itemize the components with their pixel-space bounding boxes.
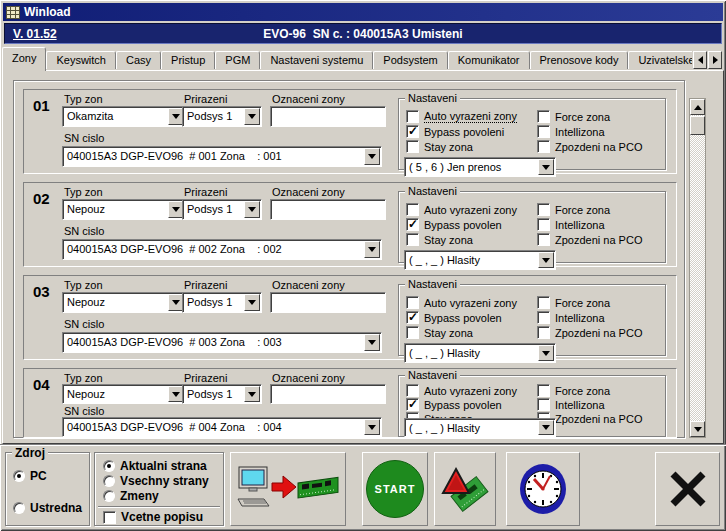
tab-prenosove-kody[interactable]: Prenosove kody — [530, 51, 629, 69]
chevron-down-icon[interactable] — [538, 345, 554, 361]
stay-zona-checkbox[interactable] — [406, 326, 419, 339]
bypass-checkbox[interactable] — [406, 125, 419, 138]
auto-vyrazeni-checkbox[interactable] — [406, 296, 419, 309]
sn-cislo-select[interactable]: 040015A3 DGP-EVO96 # 004 Zona : 004 — [62, 417, 382, 437]
chevron-down-icon[interactable] — [364, 241, 380, 258]
tab-nastaveni-systemu[interactable]: Nastaveni systemu — [260, 51, 373, 69]
computer-to-board-icon — [236, 463, 340, 515]
prirazeni-select[interactable]: Podsys 1 — [182, 199, 262, 220]
tab-pgm[interactable]: PGM — [215, 51, 260, 69]
prirazeni-label: Prirazeni — [184, 279, 227, 291]
oznaceni-zony-input[interactable] — [270, 106, 386, 127]
aktualni-strana-radio[interactable] — [103, 460, 115, 472]
chevron-down-icon[interactable] — [538, 159, 554, 175]
clock-button[interactable] — [506, 452, 580, 526]
bypass-label: Bypass povolen — [424, 312, 502, 324]
vcetne-popisu-checkbox[interactable] — [103, 511, 116, 524]
scrollbar-up-button[interactable] — [690, 99, 705, 115]
oznaceni-zony-input[interactable] — [270, 292, 386, 313]
tab-casy[interactable]: Casy — [116, 51, 161, 69]
oznaceni-zony-input[interactable] — [270, 384, 386, 404]
zpozdeni-pco-checkbox[interactable] — [537, 140, 550, 153]
scrollbar-thumb[interactable] — [690, 116, 705, 135]
force-zona-checkbox[interactable] — [537, 203, 550, 216]
prirazeni-select[interactable]: Podsys 1 — [182, 292, 262, 313]
chevron-down-icon[interactable] — [244, 201, 260, 218]
tab-keyswitch[interactable]: Keyswitch — [46, 51, 116, 69]
nastaveni-title: Nastaveni — [405, 185, 460, 197]
zpozdeni-pco-checkbox[interactable] — [537, 233, 550, 246]
chevron-down-icon[interactable] — [244, 386, 260, 402]
prirazeni-select[interactable]: Podsys 1 — [182, 384, 262, 404]
typ-zon-select[interactable]: Nepouz — [62, 199, 186, 220]
zdroj-pc-radio[interactable] — [13, 470, 25, 482]
nastaveni-title: Nastaveni — [405, 369, 460, 381]
panel-title: EVO-96 SN c. : 040015A3 Umisteni — [5, 27, 721, 41]
chevron-down-icon[interactable] — [244, 108, 260, 125]
verify-button[interactable] — [434, 452, 496, 526]
sn-cislo-label: SN cislo — [64, 405, 104, 417]
stay-zona-label: Stay zona — [424, 141, 473, 153]
zone-row-04: 04 Typ zon Nepouz Prirazeni Podsys 1 Ozn… — [23, 368, 677, 438]
chevron-down-icon[interactable] — [364, 148, 380, 165]
stay-zona-checkbox[interactable] — [406, 233, 419, 246]
chevron-down-icon[interactable] — [538, 252, 554, 268]
tab-scroll-left-button[interactable] — [693, 51, 707, 69]
sn-cislo-select[interactable]: 040015A3 DGP-EVO96 # 001 Zona : 001 — [62, 146, 382, 167]
bypass-checkbox[interactable] — [406, 218, 419, 231]
sn-cislo-select[interactable]: 040015A3 DGP-EVO96 # 002 Zona : 002 — [62, 239, 382, 260]
force-zona-checkbox[interactable] — [537, 384, 550, 397]
close-x-icon — [667, 468, 709, 510]
zones-scrollbar[interactable] — [689, 98, 706, 438]
auto-vyrazeni-checkbox[interactable] — [406, 110, 419, 123]
zmeny-radio[interactable] — [103, 490, 115, 502]
prenos-volba-select[interactable]: ( _ , _ ) Hlasity — [404, 250, 556, 270]
typ-zon-select[interactable]: Nepouz — [62, 384, 186, 404]
prirazeni-select[interactable]: Podsys 1 — [182, 106, 262, 127]
intellizona-checkbox[interactable] — [537, 218, 550, 231]
zone-number: 03 — [33, 283, 50, 300]
prirazeni-value: Podsys 1 — [183, 293, 243, 312]
prirazeni-value: Podsys 1 — [183, 385, 243, 403]
prenos-volba-select[interactable]: ( _ , _ ) Hlasity — [404, 418, 556, 437]
vsechny-strany-radio[interactable] — [103, 475, 115, 487]
tab-komunikator[interactable]: Komunikator — [448, 51, 530, 69]
close-button[interactable] — [655, 452, 720, 526]
sn-cislo-select[interactable]: 040015A3 DGP-EVO96 # 003 Zona : 003 — [62, 332, 382, 353]
typ-zon-value: Nepouz — [63, 385, 167, 403]
zpozdeni-pco-checkbox[interactable] — [537, 326, 550, 339]
prenos-volba-select[interactable]: ( 5 , 6 ) Jen prenos — [404, 157, 556, 177]
chevron-down-icon[interactable] — [364, 334, 380, 351]
tab-scroll-right-button[interactable] — [708, 51, 722, 69]
chevron-down-icon[interactable] — [364, 419, 380, 435]
stay-zona-checkbox[interactable] — [406, 140, 419, 153]
chevron-down-icon[interactable] — [244, 294, 260, 311]
tab-pristup[interactable]: Pristup — [161, 51, 215, 69]
force-zona-checkbox[interactable] — [537, 110, 550, 123]
intellizona-checkbox[interactable] — [537, 125, 550, 138]
tab-uzivatelske-kody[interactable]: Uzivatelske kody — [628, 51, 692, 69]
nastaveni-title: Nastaveni — [405, 92, 460, 104]
auto-vyrazeni-checkbox[interactable] — [406, 203, 419, 216]
download-to-panel-button[interactable] — [230, 452, 346, 526]
auto-vyrazeni-checkbox[interactable] — [406, 384, 419, 397]
intellizona-checkbox[interactable] — [537, 398, 550, 411]
tab-zony[interactable]: Zony — [2, 47, 46, 71]
zone-number: 04 — [33, 376, 50, 393]
sn-cislo-label: SN cislo — [64, 225, 104, 237]
prenos-volba-value: ( _ , _ ) Hlasity — [405, 344, 537, 362]
vcetne-popisu-label: Vcetne popisu — [121, 510, 203, 524]
prenos-volba-select[interactable]: ( _ , _ ) Hlasity — [404, 343, 556, 363]
bypass-checkbox[interactable] — [406, 311, 419, 324]
start-button[interactable]: START — [362, 452, 428, 526]
typ-zon-select[interactable]: Nepouz — [62, 292, 186, 313]
typ-zon-select[interactable]: Okamzita — [62, 106, 186, 127]
zdroj-ustredna-radio[interactable] — [13, 502, 25, 514]
chevron-down-icon[interactable] — [538, 420, 554, 435]
scrollbar-down-button[interactable] — [690, 421, 705, 437]
oznaceni-zony-input[interactable] — [270, 199, 386, 220]
intellizona-checkbox[interactable] — [537, 311, 550, 324]
tab-podsystem[interactable]: Podsystem — [373, 51, 447, 69]
force-zona-checkbox[interactable] — [537, 296, 550, 309]
bypass-checkbox[interactable] — [406, 398, 419, 411]
